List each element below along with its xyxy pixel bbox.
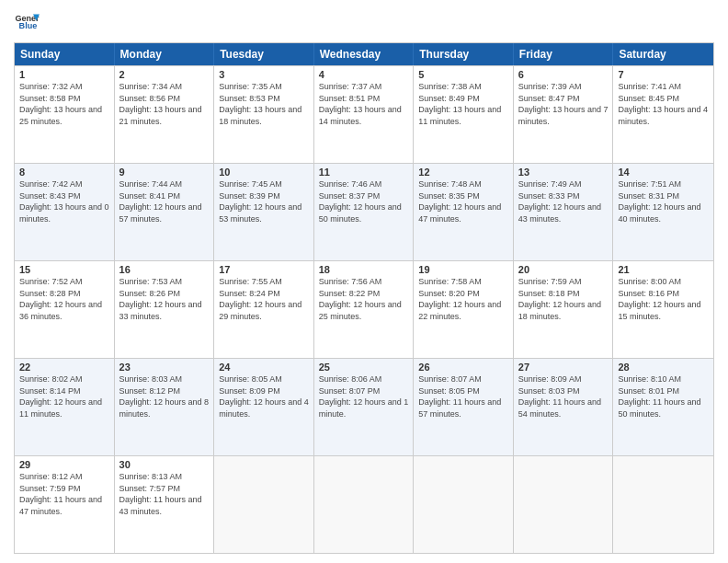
calendar-day-cell: 11 Sunrise: 7:46 AM Sunset: 8:37 PM Dayl… [314, 164, 415, 260]
calendar-day-cell: 22 Sunrise: 8:02 AM Sunset: 8:14 PM Dayl… [15, 359, 115, 455]
day-info: Sunrise: 8:09 AM Sunset: 8:03 PM Dayligh… [518, 373, 609, 419]
calendar-day-cell: 21 Sunrise: 8:00 AM Sunset: 8:16 PM Dayl… [613, 261, 713, 358]
day-info: Sunrise: 7:42 AM Sunset: 8:43 PM Dayligh… [19, 178, 109, 224]
calendar-day-cell: 4 Sunrise: 7:37 AM Sunset: 8:51 PM Dayli… [314, 66, 415, 163]
day-info: Sunrise: 8:12 AM Sunset: 7:59 PM Dayligh… [19, 471, 109, 517]
calendar-day-cell [214, 456, 314, 553]
page-header: General Blue [14, 9, 714, 35]
calendar-day-cell: 5 Sunrise: 7:38 AM Sunset: 8:49 PM Dayli… [414, 66, 514, 163]
calendar-day-cell: 17 Sunrise: 7:55 AM Sunset: 8:24 PM Dayl… [214, 261, 314, 358]
calendar-header-day: Friday [514, 43, 614, 65]
day-info: Sunrise: 8:13 AM Sunset: 7:57 PM Dayligh… [119, 471, 210, 517]
day-info: Sunrise: 8:06 AM Sunset: 8:07 PM Dayligh… [319, 373, 409, 419]
svg-text:Blue: Blue [19, 21, 38, 30]
day-number: 15 [19, 264, 109, 275]
calendar-day-cell: 24 Sunrise: 8:05 AM Sunset: 8:09 PM Dayl… [214, 359, 314, 455]
calendar-header-day: Thursday [414, 43, 514, 65]
calendar-day-cell: 25 Sunrise: 8:06 AM Sunset: 8:07 PM Dayl… [314, 359, 415, 455]
calendar-week-row: 1 Sunrise: 7:32 AM Sunset: 8:58 PM Dayli… [15, 65, 713, 163]
day-info: Sunrise: 7:49 AM Sunset: 8:33 PM Dayligh… [518, 178, 609, 224]
calendar-week-row: 29 Sunrise: 8:12 AM Sunset: 7:59 PM Dayl… [15, 455, 713, 553]
day-info: Sunrise: 7:34 AM Sunset: 8:56 PM Dayligh… [119, 81, 210, 127]
calendar-day-cell: 18 Sunrise: 7:56 AM Sunset: 8:22 PM Dayl… [314, 261, 415, 358]
logo: General Blue [14, 9, 40, 35]
calendar-header-day: Saturday [613, 43, 713, 65]
day-info: Sunrise: 8:03 AM Sunset: 8:12 PM Dayligh… [119, 373, 210, 419]
day-number: 30 [119, 459, 210, 470]
calendar-day-cell: 28 Sunrise: 8:10 AM Sunset: 8:01 PM Dayl… [613, 359, 713, 455]
calendar-day-cell: 26 Sunrise: 8:07 AM Sunset: 8:05 PM Dayl… [414, 359, 514, 455]
calendar-day-cell: 15 Sunrise: 7:52 AM Sunset: 8:28 PM Dayl… [15, 261, 115, 358]
day-number: 8 [19, 167, 109, 178]
calendar-day-cell: 10 Sunrise: 7:45 AM Sunset: 8:39 PM Dayl… [214, 164, 314, 260]
day-number: 2 [119, 69, 210, 80]
calendar-header-day: Sunday [15, 43, 115, 65]
calendar-day-cell: 20 Sunrise: 7:59 AM Sunset: 8:18 PM Dayl… [514, 261, 614, 358]
day-number: 28 [618, 362, 709, 373]
calendar-day-cell: 1 Sunrise: 7:32 AM Sunset: 8:58 PM Dayli… [15, 66, 115, 163]
day-number: 9 [119, 167, 210, 178]
calendar-day-cell: 9 Sunrise: 7:44 AM Sunset: 8:41 PM Dayli… [115, 164, 215, 260]
day-info: Sunrise: 7:44 AM Sunset: 8:41 PM Dayligh… [119, 178, 210, 224]
day-info: Sunrise: 7:37 AM Sunset: 8:51 PM Dayligh… [319, 81, 409, 127]
calendar-week-row: 22 Sunrise: 8:02 AM Sunset: 8:14 PM Dayl… [15, 358, 713, 455]
day-info: Sunrise: 7:41 AM Sunset: 8:45 PM Dayligh… [618, 81, 709, 127]
day-number: 16 [119, 264, 210, 275]
day-info: Sunrise: 7:35 AM Sunset: 8:53 PM Dayligh… [219, 81, 309, 127]
calendar-day-cell: 13 Sunrise: 7:49 AM Sunset: 8:33 PM Dayl… [514, 164, 614, 260]
day-info: Sunrise: 7:38 AM Sunset: 8:49 PM Dayligh… [418, 81, 508, 127]
day-number: 10 [219, 167, 309, 178]
day-number: 13 [518, 167, 609, 178]
day-number: 18 [319, 264, 409, 275]
day-number: 27 [518, 362, 609, 373]
calendar-day-cell [613, 456, 713, 553]
calendar-header: SundayMondayTuesdayWednesdayThursdayFrid… [15, 43, 713, 65]
day-number: 25 [319, 362, 409, 373]
calendar-day-cell: 2 Sunrise: 7:34 AM Sunset: 8:56 PM Dayli… [115, 66, 215, 163]
day-number: 7 [618, 69, 709, 80]
day-info: Sunrise: 7:53 AM Sunset: 8:26 PM Dayligh… [119, 276, 210, 322]
calendar-header-day: Monday [115, 43, 215, 65]
calendar-day-cell: 6 Sunrise: 7:39 AM Sunset: 8:47 PM Dayli… [514, 66, 614, 163]
day-info: Sunrise: 7:45 AM Sunset: 8:39 PM Dayligh… [219, 178, 309, 224]
day-info: Sunrise: 8:00 AM Sunset: 8:16 PM Dayligh… [618, 276, 709, 322]
calendar-day-cell: 19 Sunrise: 7:58 AM Sunset: 8:20 PM Dayl… [414, 261, 514, 358]
day-info: Sunrise: 7:48 AM Sunset: 8:35 PM Dayligh… [418, 178, 508, 224]
day-info: Sunrise: 8:02 AM Sunset: 8:14 PM Dayligh… [19, 373, 109, 419]
calendar: SundayMondayTuesdayWednesdayThursdayFrid… [14, 42, 714, 554]
day-info: Sunrise: 8:10 AM Sunset: 8:01 PM Dayligh… [618, 373, 709, 419]
calendar-day-cell [414, 456, 514, 553]
day-info: Sunrise: 8:07 AM Sunset: 8:05 PM Dayligh… [418, 373, 508, 419]
day-number: 23 [119, 362, 210, 373]
day-number: 6 [518, 69, 609, 80]
calendar-body: 1 Sunrise: 7:32 AM Sunset: 8:58 PM Dayli… [15, 65, 713, 553]
day-number: 22 [19, 362, 109, 373]
calendar-day-cell: 7 Sunrise: 7:41 AM Sunset: 8:45 PM Dayli… [613, 66, 713, 163]
day-number: 19 [418, 264, 508, 275]
day-number: 20 [518, 264, 609, 275]
day-info: Sunrise: 7:56 AM Sunset: 8:22 PM Dayligh… [319, 276, 409, 322]
calendar-header-day: Wednesday [314, 43, 415, 65]
day-info: Sunrise: 7:39 AM Sunset: 8:47 PM Dayligh… [518, 81, 609, 127]
calendar-day-cell: 23 Sunrise: 8:03 AM Sunset: 8:12 PM Dayl… [115, 359, 215, 455]
day-info: Sunrise: 7:46 AM Sunset: 8:37 PM Dayligh… [319, 178, 409, 224]
calendar-day-cell: 27 Sunrise: 8:09 AM Sunset: 8:03 PM Dayl… [514, 359, 614, 455]
calendar-day-cell: 12 Sunrise: 7:48 AM Sunset: 8:35 PM Dayl… [414, 164, 514, 260]
day-number: 1 [19, 69, 109, 80]
day-info: Sunrise: 7:51 AM Sunset: 8:31 PM Dayligh… [618, 178, 709, 224]
calendar-day-cell [514, 456, 614, 553]
day-number: 21 [618, 264, 709, 275]
calendar-day-cell [314, 456, 415, 553]
day-number: 17 [219, 264, 309, 275]
day-info: Sunrise: 7:32 AM Sunset: 8:58 PM Dayligh… [19, 81, 109, 127]
day-number: 26 [418, 362, 508, 373]
day-info: Sunrise: 8:05 AM Sunset: 8:09 PM Dayligh… [219, 373, 309, 419]
day-number: 11 [319, 167, 409, 178]
calendar-week-row: 8 Sunrise: 7:42 AM Sunset: 8:43 PM Dayli… [15, 163, 713, 260]
calendar-day-cell: 30 Sunrise: 8:13 AM Sunset: 7:57 PM Dayl… [115, 456, 215, 553]
calendar-day-cell: 14 Sunrise: 7:51 AM Sunset: 8:31 PM Dayl… [613, 164, 713, 260]
day-number: 12 [418, 167, 508, 178]
day-info: Sunrise: 7:59 AM Sunset: 8:18 PM Dayligh… [518, 276, 609, 322]
logo-icon: General Blue [14, 9, 40, 35]
calendar-week-row: 15 Sunrise: 7:52 AM Sunset: 8:28 PM Dayl… [15, 260, 713, 358]
